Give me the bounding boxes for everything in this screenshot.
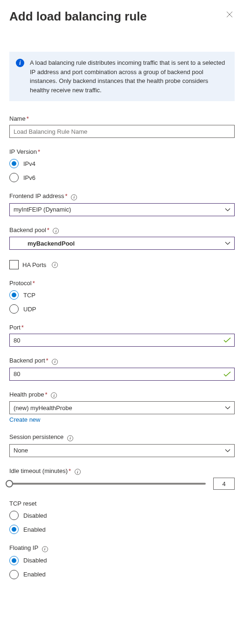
help-icon[interactable]: i	[67, 435, 73, 441]
ip-version-label: IP Version*	[9, 148, 235, 155]
backend-port-label: Backend port* i	[9, 357, 235, 365]
name-input[interactable]	[9, 125, 235, 138]
checkmark-icon	[223, 371, 231, 377]
radio-icon	[9, 556, 19, 565]
info-banner: i A load balancing rule distributes inco…	[9, 52, 235, 101]
panel-title: Add load balancing rule	[9, 9, 147, 24]
tcp-reset-disabled[interactable]: Disabled	[9, 511, 235, 520]
radio-icon	[9, 173, 19, 182]
radio-icon	[9, 290, 19, 300]
chevron-down-icon	[225, 449, 230, 452]
port-label: Port*	[9, 324, 235, 331]
radio-icon	[9, 511, 19, 520]
protocol-label: Protocol*	[9, 280, 235, 287]
ha-ports-checkbox[interactable]: HA Ports i	[9, 260, 235, 269]
slider-thumb[interactable]	[6, 480, 13, 487]
protocol-udp[interactable]: UDP	[9, 304, 235, 314]
ip-version-ipv4[interactable]: IPv4	[9, 159, 235, 168]
port-input[interactable]	[9, 334, 235, 347]
tcp-reset-label: TCP reset	[9, 500, 235, 507]
health-probe-select[interactable]: (new) myHealthProbe	[9, 401, 235, 414]
session-persistence-select[interactable]: None	[9, 444, 235, 457]
chevron-down-icon	[225, 241, 230, 245]
help-icon[interactable]: i	[52, 359, 58, 365]
frontend-ip-label: Frontend IP address* i	[9, 192, 235, 200]
info-icon: i	[16, 59, 24, 67]
name-label: Name*	[9, 115, 235, 122]
backend-pool-label: Backend pool* i	[9, 226, 235, 234]
help-icon[interactable]: i	[75, 469, 81, 475]
radio-icon	[9, 570, 19, 579]
session-persistence-label: Session persistence i	[9, 433, 235, 441]
info-text: A load balancing rule distributes incomi…	[30, 58, 227, 95]
help-icon[interactable]: i	[52, 262, 58, 268]
help-icon[interactable]: i	[42, 546, 48, 552]
help-icon[interactable]: i	[53, 228, 59, 234]
frontend-ip-select[interactable]: myIntFEIP (Dynamic)	[9, 203, 235, 216]
backend-pool-select[interactable]: myBackendPool	[9, 237, 235, 250]
checkmark-icon	[223, 337, 231, 343]
chevron-down-icon	[225, 406, 230, 410]
idle-timeout-label: Idle timeout (minutes)* i	[9, 467, 235, 475]
radio-icon	[9, 304, 19, 314]
radio-icon	[9, 525, 19, 534]
idle-timeout-value[interactable]: 4	[213, 478, 235, 490]
help-icon[interactable]: i	[51, 392, 57, 398]
protocol-tcp[interactable]: TCP	[9, 290, 235, 300]
idle-timeout-slider[interactable]	[9, 483, 206, 485]
floating-ip-disabled[interactable]: Disabled	[9, 556, 235, 565]
help-icon[interactable]: i	[71, 194, 77, 200]
tcp-reset-enabled[interactable]: Enabled	[9, 525, 235, 534]
backend-port-input[interactable]	[9, 368, 235, 381]
close-icon	[226, 12, 233, 19]
health-probe-label: Health probe* i	[9, 391, 235, 399]
chevron-down-icon	[225, 208, 230, 212]
radio-icon	[9, 159, 19, 168]
create-new-link[interactable]: Create new	[9, 416, 40, 423]
floating-ip-enabled[interactable]: Enabled	[9, 570, 235, 579]
ip-version-ipv6[interactable]: IPv6	[9, 173, 235, 182]
floating-ip-label: Floating IP i	[9, 544, 235, 552]
checkbox-icon	[9, 260, 19, 269]
close-button[interactable]	[224, 9, 235, 21]
